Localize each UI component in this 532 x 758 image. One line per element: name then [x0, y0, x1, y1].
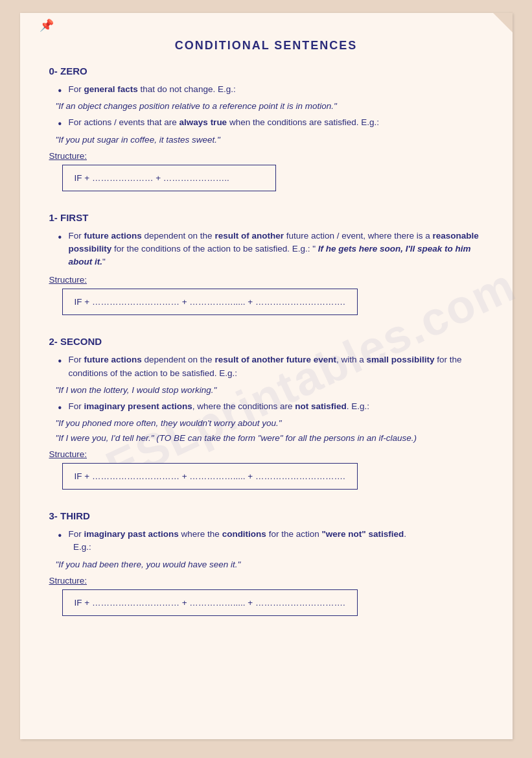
example-text: "If you phoned more often, they wouldn't… — [49, 418, 483, 428]
text-normal: for the conditions of the action to be s… — [111, 244, 318, 254]
bullet-item: For imaginary present actions, where the… — [56, 400, 483, 413]
structure-box-zero: IF + ………………… + ………………….. — [62, 165, 276, 191]
section-second-title: 2- SECOND — [49, 336, 483, 347]
section-third-title: 3- THIRD — [49, 510, 483, 521]
text-bold: not satisfied — [295, 401, 347, 411]
section-third: 3- THIRD For imaginary past actions wher… — [49, 510, 483, 625]
text-normal: future action / event, where there is a — [284, 231, 433, 241]
example-text: "If I were you, I'd tell her." (TO BE ca… — [49, 433, 483, 443]
text-bold: result of another — [214, 231, 284, 241]
text-normal: when the conditions are satisfied. E.g.: — [227, 117, 379, 127]
text-normal: For — [69, 401, 84, 411]
bullet-item: For imaginary past actions where the con… — [56, 528, 483, 554]
bullet-item: For future actions dependent on the resu… — [56, 353, 483, 380]
text-normal: dependent on the — [142, 231, 215, 241]
structure-label: Structure: — [49, 151, 483, 161]
text-normal: For — [69, 231, 84, 241]
text-bold: always true — [179, 117, 227, 127]
structure-box-third: IF + ………………………… + ……………..... + ………………………… — [62, 589, 358, 616]
section-second: 2- SECOND For future actions dependent o… — [49, 336, 483, 499]
text-normal: , with a — [336, 355, 367, 364]
section-zero-title: 0- ZERO — [49, 65, 483, 77]
document-page: 📌 ESLprintables.com CONDITIONAL SENTENCE… — [20, 13, 513, 739]
text-normal: . E.g.: — [347, 401, 369, 411]
text-normal: , where the conditions are — [192, 401, 295, 411]
text-bold: conditions — [222, 529, 266, 539]
structure-box-second: IF + ………………………… + ……………..... + ………………………… — [62, 463, 358, 490]
text-normal: For — [69, 529, 84, 539]
text-normal: For — [69, 355, 84, 364]
text-normal: for the action — [266, 529, 322, 539]
bullet-item: For future actions dependent on the resu… — [56, 230, 483, 269]
example-text: "If you put sugar in coffee, it tastes s… — [49, 135, 483, 145]
text-bold: "were not" satisfied — [321, 529, 404, 539]
example-text: "If an object changes position relative … — [49, 101, 483, 111]
section-third-bullets: For imaginary past actions where the con… — [49, 528, 483, 554]
structure-box-first: IF + ………………………… + ……………..... + ………………………… — [62, 289, 358, 315]
text-normal: dependent on the — [142, 355, 215, 364]
text-bold: general facts — [84, 84, 138, 94]
text-normal: that do not change. E.g.: — [138, 84, 236, 94]
example-text: "If you had been there, you would have s… — [49, 560, 483, 569]
page-title: CONDITIONAL SENTENCES — [49, 39, 483, 53]
text-bold: small possibility — [366, 355, 434, 364]
section-zero: 0- ZERO For general facts that do not ch… — [49, 65, 483, 200]
section-zero-bullets: For general facts that do not change. E.… — [49, 83, 483, 96]
section-zero-bullets-2: For actions / events that are always tru… — [49, 116, 483, 129]
text-bold: future actions — [84, 231, 142, 241]
text-bold: future actions — [84, 355, 142, 364]
section-first: 1- FIRST For future actions dependent on… — [49, 212, 483, 325]
text-normal: For — [69, 84, 84, 94]
bullet-item: For general facts that do not change. E.… — [56, 83, 483, 96]
text-bold: imaginary present actions — [84, 401, 192, 411]
section-second-bullets-2: For imaginary present actions, where the… — [49, 400, 483, 413]
structure-label: Structure: — [49, 576, 483, 586]
text-normal: " — [102, 257, 106, 266]
section-first-bullets: For future actions dependent on the resu… — [49, 230, 483, 269]
text-normal: where the — [179, 529, 222, 539]
bullet-item: For actions / events that are always tru… — [56, 116, 483, 129]
text-normal: For actions / events that are — [69, 117, 179, 127]
example-text: "If I won the lottery, I would stop work… — [49, 385, 483, 395]
structure-label: Structure: — [49, 449, 483, 459]
pin-icon: 📌 — [40, 18, 54, 32]
text-bold: imaginary past actions — [84, 529, 179, 539]
structure-label: Structure: — [49, 275, 483, 285]
section-first-title: 1- FIRST — [49, 212, 483, 223]
text-bold: result of another future event — [214, 355, 336, 364]
page-content: CONDITIONAL SENTENCES 0- ZERO For genera… — [49, 39, 483, 625]
section-second-bullets: For future actions dependent on the resu… — [49, 353, 483, 380]
